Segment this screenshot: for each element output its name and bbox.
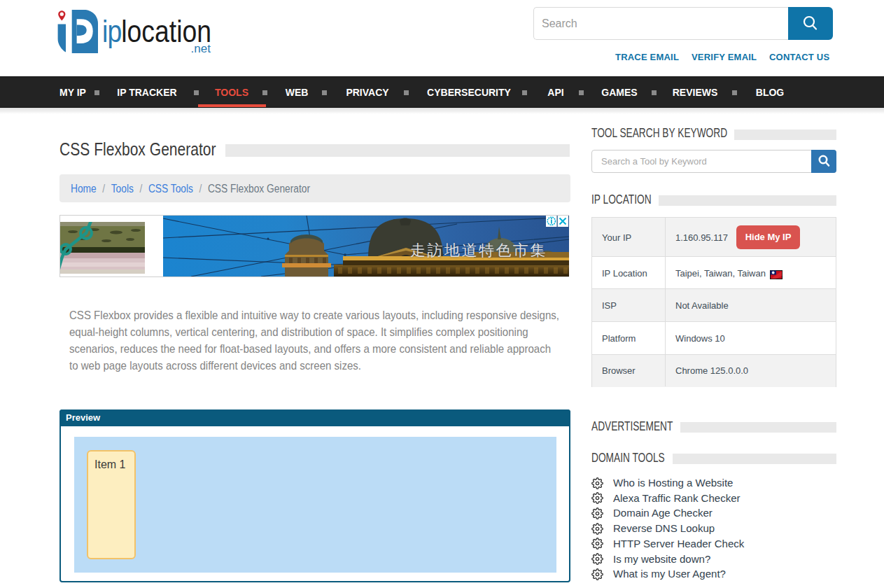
svg-text:ip: ip <box>102 14 121 49</box>
svg-text:.net: .net <box>191 42 211 55</box>
